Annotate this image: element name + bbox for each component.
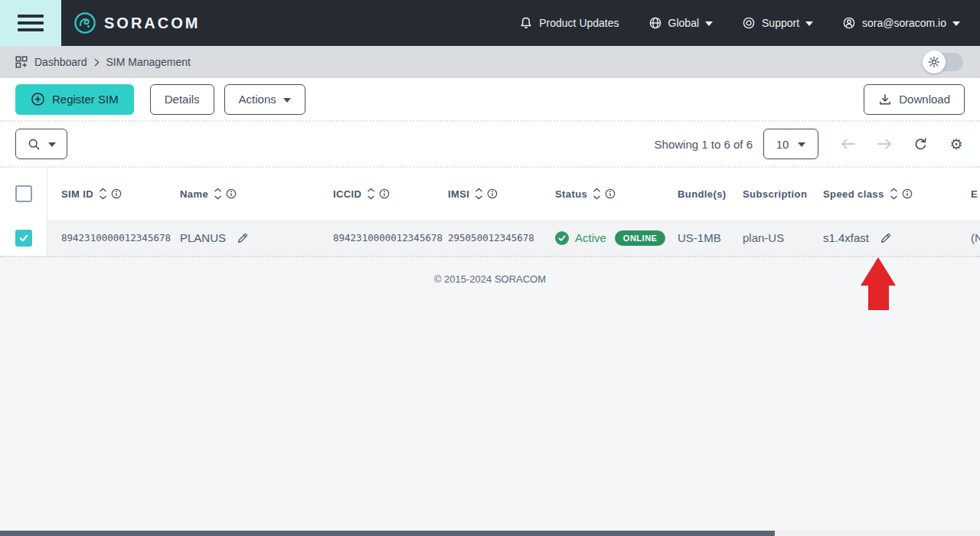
name-value: PLANUS <box>180 231 226 244</box>
info-icon[interactable] <box>379 188 390 199</box>
info-icon[interactable] <box>605 188 616 199</box>
search-icon <box>28 138 41 151</box>
register-sim-button[interactable]: Register SIM <box>15 84 134 115</box>
edit-pencil-icon[interactable] <box>237 232 249 244</box>
pagination-controls: Showing 1 to 6 of 6 10 <box>655 129 965 159</box>
iccid-value: 8942310000012345678 <box>333 232 443 243</box>
actions-dropdown-button[interactable]: Actions <box>224 84 305 115</box>
download-label: Download <box>899 93 950 106</box>
soracom-logo[interactable]: SORACOM <box>74 0 200 46</box>
gear-icon[interactable]: ⚙ <box>948 137 965 152</box>
product-updates-menu[interactable]: Product Updates <box>519 16 619 30</box>
refresh-button[interactable] <box>912 137 929 152</box>
sort-icon[interactable] <box>367 188 375 200</box>
product-updates-label: Product Updates <box>539 17 619 29</box>
table-header-row: SIM ID Name ICCID <box>0 168 980 220</box>
sort-icon[interactable] <box>593 188 601 200</box>
row-select-cell <box>0 220 47 256</box>
page-size-select[interactable]: 10 <box>763 129 818 159</box>
brand-name: SORACOM <box>104 15 200 32</box>
prev-page-button[interactable] <box>840 138 857 150</box>
actions-label: Actions <box>239 93 276 106</box>
support-label: Support <box>762 17 799 29</box>
sort-icon[interactable] <box>890 188 898 200</box>
cell-subscription: plan-US <box>743 231 823 244</box>
caret-down-icon <box>283 98 291 103</box>
bell-icon <box>519 16 533 30</box>
speed-class-value: s1.4xfast <box>823 231 869 244</box>
sim-list-panel: Register SIM Details Actions Download <box>0 78 980 257</box>
user-icon <box>842 16 856 30</box>
download-icon <box>878 93 892 106</box>
cell-speed-class: s1.4xfast <box>823 231 971 244</box>
search-dropdown-button[interactable] <box>15 129 67 159</box>
caret-down-icon <box>48 142 56 147</box>
column-header-status: Status <box>555 188 678 200</box>
cell-bundles: US-1MB <box>678 231 743 244</box>
column-label: Speed class <box>823 188 884 200</box>
info-icon[interactable] <box>111 188 122 199</box>
row-checkbox-checked[interactable] <box>15 230 32 247</box>
edit-pencil-icon[interactable] <box>880 232 892 244</box>
plus-circle-icon <box>31 92 45 106</box>
register-sim-label: Register SIM <box>52 93 119 106</box>
imsi-value: 295050012345678 <box>448 232 534 243</box>
info-icon[interactable] <box>902 188 913 199</box>
support-menu[interactable]: Support <box>742 16 813 30</box>
column-header-iccid: ICCID <box>333 188 448 200</box>
action-toolbar: Register SIM Details Actions Download <box>0 78 980 122</box>
hamburger-menu-icon <box>18 15 44 18</box>
cell-name: PLANUS <box>180 231 333 244</box>
download-button[interactable]: Download <box>864 84 965 115</box>
table-row[interactable]: 8942310000012345678 PLANUS 8942310000012… <box>0 220 980 257</box>
chevron-down-icon <box>952 21 960 26</box>
column-header-bundles: Bundle(s) <box>678 188 743 200</box>
hamburger-menu-button[interactable] <box>0 0 61 46</box>
theme-toggle[interactable] <box>923 53 963 71</box>
column-header-expiry-partial: E <box>971 188 980 200</box>
column-header-sim-id: SIM ID <box>47 188 180 200</box>
column-header-imsi: IMSI <box>448 188 555 200</box>
soracom-console-page: SORACOM Product Updates <box>0 0 980 536</box>
sun-icon <box>928 56 940 68</box>
arrow-body <box>868 286 889 310</box>
breadcrumb-link-dashboard[interactable]: Dashboard <box>34 56 87 68</box>
horizontal-scrollbar-track[interactable] <box>0 531 980 536</box>
info-icon[interactable] <box>226 188 237 199</box>
red-arrow-up-annotation <box>861 257 896 310</box>
list-controls-bar: Showing 1 to 6 of 6 10 <box>0 122 980 168</box>
status-value: Active <box>575 231 606 244</box>
details-button[interactable]: Details <box>150 84 214 115</box>
top-navbar: SORACOM Product Updates <box>0 0 980 46</box>
chevron-down-icon <box>805 21 813 26</box>
sort-icon[interactable] <box>99 188 107 200</box>
cell-iccid: 8942310000012345678 <box>333 232 448 243</box>
expiry-value-partial: (N <box>971 231 980 244</box>
cell-expiry-partial: (N <box>971 231 980 244</box>
horizontal-scrollbar-thumb[interactable] <box>0 531 775 536</box>
column-header-subscription: Subscription <box>743 188 823 200</box>
globe-icon <box>648 16 662 30</box>
sort-icon[interactable] <box>475 188 483 200</box>
cell-imsi: 295050012345678 <box>448 232 555 243</box>
next-page-button[interactable] <box>876 138 893 150</box>
select-all-cell <box>0 168 47 220</box>
global-label: Global <box>668 17 699 29</box>
info-icon[interactable] <box>487 188 498 199</box>
showing-count-label: Showing 1 to 6 of 6 <box>655 138 753 151</box>
account-menu[interactable]: sora@soracom.io <box>842 16 960 30</box>
select-all-checkbox[interactable] <box>15 185 32 202</box>
global-coverage-menu[interactable]: Global <box>648 16 713 30</box>
breadcrumb: Dashboard SIM Management <box>15 56 191 68</box>
arrow-head <box>861 257 896 286</box>
sort-icon[interactable] <box>214 188 222 200</box>
subscription-value: plan-US <box>743 231 784 244</box>
theme-toggle-knob <box>923 51 946 74</box>
column-label: E <box>971 188 978 200</box>
column-label: SIM ID <box>61 188 93 200</box>
sim-id-value: 8942310000012345678 <box>61 232 171 243</box>
cell-sim-id: 8942310000012345678 <box>47 232 180 243</box>
column-header-name: Name <box>180 188 333 200</box>
column-label: Status <box>555 188 587 200</box>
online-status-badge: ONLINE <box>615 230 666 246</box>
